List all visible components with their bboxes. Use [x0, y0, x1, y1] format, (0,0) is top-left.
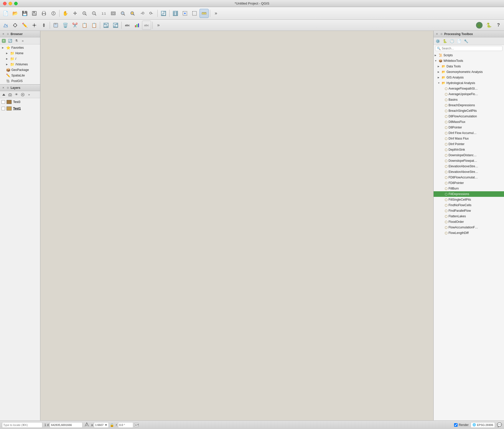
- add-point-button[interactable]: [30, 21, 39, 30]
- move-feature-button[interactable]: [39, 21, 48, 30]
- browser-close-button[interactable]: ✕: [2, 32, 5, 36]
- browser-item-favorites[interactable]: ▶ ⭐ Favorites: [0, 45, 40, 50]
- print-button[interactable]: [39, 9, 48, 18]
- maximize-button[interactable]: [14, 2, 18, 5]
- python-button[interactable]: 🐍: [484, 21, 493, 30]
- zoom-in-button[interactable]: [80, 9, 89, 18]
- browser-add-button[interactable]: +: [1, 38, 7, 44]
- browser-item-postgis[interactable]: ▶ 🐘 PostGIS: [0, 78, 40, 84]
- zoom-selection-button[interactable]: [128, 9, 137, 18]
- proc-python-button[interactable]: 🐍: [442, 38, 448, 44]
- layer-open-button[interactable]: [1, 92, 7, 97]
- label2-button[interactable]: abc: [142, 21, 151, 30]
- digitize-button[interactable]: [1, 21, 10, 30]
- close-button[interactable]: [3, 2, 7, 5]
- rotation-spinner[interactable]: ▲▼: [134, 423, 139, 427]
- delete-feature-button[interactable]: 🗑️: [61, 21, 70, 30]
- tool-group-geomorphometric[interactable]: ▶ 📂 Geomorphometric Analysis: [434, 69, 504, 75]
- render-checkbox[interactable]: [454, 423, 458, 427]
- properties-button[interactable]: [49, 9, 58, 18]
- zoom-next-button[interactable]: →: [147, 9, 156, 18]
- new-button[interactable]: 📄: [1, 9, 10, 18]
- select-button[interactable]: [180, 9, 189, 18]
- tool-AverageFlowpathSl[interactable]: ▶ ⬡ AverageFlowpathSl…: [434, 86, 504, 91]
- save-edits-button[interactable]: [51, 21, 60, 30]
- tool-FlowLengthDiff[interactable]: ▶ ⬡ FlowLengthDiff: [434, 230, 504, 236]
- tool-FD8FlowAccumulat[interactable]: ▶ ⬡ FD8FlowAccumulat…: [434, 175, 504, 180]
- identify-button[interactable]: ℹ️: [171, 9, 180, 18]
- vertex-tool-button[interactable]: [11, 21, 20, 30]
- tool-FillBurn[interactable]: ▶ ⬡ FillBurn: [434, 186, 504, 191]
- tool-BreachDepressions[interactable]: ▶ ⬡ BreachDepressions: [434, 102, 504, 108]
- locate-input[interactable]: [2, 422, 42, 428]
- open-button[interactable]: 📂: [11, 9, 20, 18]
- tool-group-scripts[interactable]: ▶ 📜 Scripts: [434, 52, 504, 58]
- messages-button[interactable]: 💬: [497, 422, 502, 427]
- tool-FindParallelFlow[interactable]: ▶ ⬡ FindParallelFlow: [434, 208, 504, 213]
- proc-results-button[interactable]: 📄: [456, 38, 462, 44]
- minimize-button[interactable]: [9, 2, 12, 5]
- proc-history-button[interactable]: 🕐: [449, 38, 455, 44]
- layers-more-button[interactable]: »: [26, 92, 32, 97]
- tool-BreachSingleCellPits[interactable]: ▶ ⬡ BreachSingleCellPits: [434, 108, 504, 114]
- tool-AverageUpslopeFlo[interactable]: ▶ ⬡ AverageUpslopeFlo…: [434, 91, 504, 97]
- layer-test1-checkbox[interactable]: [2, 107, 5, 110]
- scale-lock-icon[interactable]: 🔒: [110, 423, 114, 427]
- tool-ElevationAboveStre1[interactable]: ▶ ⬡ ElevationAboveStre…: [434, 164, 504, 169]
- browser-more-button[interactable]: »: [20, 38, 25, 44]
- grass-button[interactable]: 🌿: [475, 21, 484, 30]
- layers-close-button[interactable]: ✕: [2, 86, 5, 90]
- refresh-button[interactable]: 🔄: [159, 9, 168, 18]
- layer-filter-button[interactable]: 👁: [14, 92, 19, 97]
- coordinate-input[interactable]: [50, 422, 82, 428]
- browser-item-spatialite[interactable]: ▶ ✏️ SpatiaLite: [0, 73, 40, 78]
- browser-float-button[interactable]: ⊙: [6, 32, 10, 36]
- tool-Basins[interactable]: ▶ ⬡ Basins: [434, 97, 504, 102]
- tool-group-whiteboxtools[interactable]: ▼ 📦 WhiteboxTools: [434, 58, 504, 64]
- tool-FloodOrder[interactable]: ▶ ⬡ FloodOrder: [434, 219, 504, 225]
- tool-D8FlowAccumulation[interactable]: ▶ ⬡ D8FlowAccumulation: [434, 114, 504, 119]
- undo-button[interactable]: ↩️: [101, 21, 110, 30]
- tool-group-gis-analysis[interactable]: ▶ 📂 GIS Analysis: [434, 75, 504, 80]
- pencil-button[interactable]: ✏️: [20, 21, 29, 30]
- measure-button[interactable]: [200, 9, 209, 18]
- zoom-layer-button[interactable]: [118, 9, 127, 18]
- tool-group-hydrological[interactable]: ▼ 📂 Hydrological Analysis: [434, 80, 504, 86]
- tool-FD8Pointer[interactable]: ▶ ⬡ FD8Pointer: [434, 180, 504, 186]
- tool-DInfMassFlux[interactable]: ▶ ⬡ DInf Mass Flux: [434, 136, 504, 141]
- tool-FindNoFlowCells[interactable]: ▶ ⬡ FindNoFlowCells: [434, 202, 504, 208]
- rotation-input[interactable]: [118, 422, 133, 428]
- scale-dropdown[interactable]: 1:6607 ▼: [94, 422, 109, 428]
- tool-DownslopeDistanc[interactable]: ▶ ⬡ DownslopeDistanc…: [434, 152, 504, 158]
- browser-item-volumes[interactable]: ▶ 📁 /Volumes: [0, 62, 40, 67]
- tool-FlowAccumulationF[interactable]: ▶ ⬡ FlowAccumulationF…: [434, 225, 504, 230]
- label-button[interactable]: abc: [123, 21, 132, 30]
- tool-ElevationAboveStre2[interactable]: ▶ ⬡ ElevationAboveStre…: [434, 169, 504, 175]
- pan-button[interactable]: ✋: [61, 9, 70, 18]
- save-as-button[interactable]: [30, 9, 39, 18]
- zoom-out-button[interactable]: [90, 9, 99, 18]
- browser-item-root[interactable]: ▶ 📁 /: [0, 56, 40, 62]
- redo-button[interactable]: ↪️: [111, 21, 120, 30]
- layer-item-test1[interactable]: Test1: [0, 105, 40, 112]
- more-tools-button[interactable]: »: [211, 9, 220, 18]
- pan-to-button[interactable]: ✛: [70, 9, 79, 18]
- layer-filter-legend-button[interactable]: [20, 92, 25, 97]
- tool-DepthInSink[interactable]: ▶ ⬡ DepthInSink: [434, 147, 504, 152]
- copy-button[interactable]: 📋: [80, 21, 89, 30]
- browser-refresh-button[interactable]: 🔄: [7, 38, 13, 44]
- tool-DInfPointer[interactable]: ▶ ⬡ DInf Pointer: [434, 141, 504, 147]
- cut-button[interactable]: ✂️: [70, 21, 79, 30]
- tool-FillDepressions[interactable]: ▶ ⬡ FillDepressions: [434, 191, 504, 197]
- browser-item-geopackage[interactable]: ▶ 📦 GeoPackage: [0, 67, 40, 73]
- tool-group-data-tools[interactable]: ▶ 📂 Data Tools: [434, 64, 504, 69]
- proc-options-button[interactable]: 🔧: [463, 38, 469, 44]
- tool-D8MassFlux[interactable]: ▶ ⬡ D8MassFlux: [434, 119, 504, 125]
- browser-filter-button[interactable]: ⚗: [14, 38, 19, 44]
- zoom-full-button[interactable]: [109, 9, 118, 18]
- tool-D8Pointer[interactable]: ▶ ⬡ D8Pointer: [434, 125, 504, 130]
- save-button[interactable]: 💾: [20, 9, 29, 18]
- layer-add-group-button[interactable]: [7, 92, 13, 97]
- processing-float-button[interactable]: ⊙: [440, 32, 443, 36]
- tool-DownslopeFlowpat[interactable]: ▶ ⬡ DownslopeFlowpat…: [434, 158, 504, 164]
